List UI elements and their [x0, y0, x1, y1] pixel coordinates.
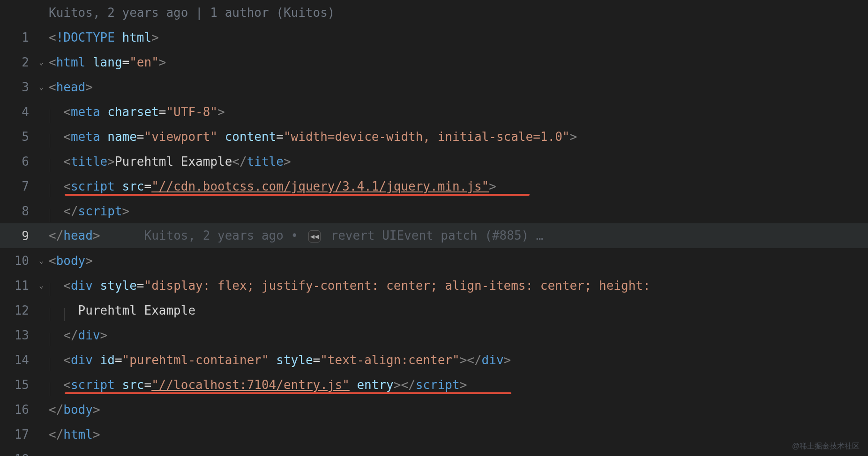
line-number: 7: [0, 179, 34, 193]
code-line[interactable]: 14 <div id="purehtml-container" style="t…: [0, 347, 868, 372]
line-number: 10: [0, 254, 34, 268]
code-content[interactable]: </script>: [49, 204, 868, 218]
code-line[interactable]: 12 Purehtml Example: [0, 298, 868, 323]
fold-toggle-icon[interactable]: ⌄: [34, 82, 49, 91]
code-content[interactable]: </head> Kuitos, 2 years ago • ◀◀ revert …: [49, 228, 868, 243]
code-line[interactable]: 4 <meta charset="UTF-8">: [0, 99, 868, 124]
rewind-icon[interactable]: ◀◀: [308, 230, 321, 243]
code-line[interactable]: 18: [0, 447, 868, 456]
fold-toggle-icon[interactable]: ⌄: [34, 58, 49, 66]
code-content[interactable]: <div style="display: flex; justify-conte…: [49, 279, 868, 293]
annotation-underline: [65, 194, 530, 196]
line-number: 17: [0, 427, 34, 441]
code-content[interactable]: <meta charset="UTF-8">: [49, 105, 868, 119]
code-content[interactable]: <div id="purehtml-container" style="text…: [49, 353, 868, 367]
code-content[interactable]: </html>: [49, 427, 868, 441]
code-content[interactable]: <body>: [49, 254, 868, 268]
line-number: 18: [0, 452, 34, 456]
code-line[interactable]: 10 ⌄ <body>: [0, 248, 868, 273]
line-number: 8: [0, 204, 34, 218]
code-line[interactable]: 6 <title>Purehtml Example</title>: [0, 149, 868, 174]
line-number: 14: [0, 353, 34, 367]
line-number: 2: [0, 55, 34, 69]
line-number: 1: [0, 30, 34, 44]
code-content[interactable]: <title>Purehtml Example</title>: [49, 154, 868, 169]
code-line[interactable]: 11 ⌄ <div style="display: flex; justify-…: [0, 273, 868, 298]
blame-header: Kuitos, 2 years ago | 1 author (Kuitos): [49, 6, 335, 20]
fold-toggle-icon[interactable]: ⌄: [34, 281, 49, 290]
code-line-current[interactable]: 9 </head> Kuitos, 2 years ago • ◀◀ rever…: [0, 223, 868, 248]
code-content[interactable]: <meta name="viewport" content="width=dev…: [49, 130, 868, 144]
code-content[interactable]: <script src="//cdn.bootcss.com/jquery/3.…: [49, 179, 868, 193]
code-editor[interactable]: Kuitos, 2 years ago | 1 author (Kuitos) …: [0, 0, 868, 456]
code-line[interactable]: 16 </body>: [0, 397, 868, 422]
code-content[interactable]: Purehtml Example: [49, 303, 868, 317]
gitlens-annotation[interactable]: Kuitos, 2 years ago • ◀◀ revert UIEvent …: [144, 228, 544, 243]
code-content[interactable]: <script src="//localhost:7104/entry.js" …: [49, 378, 868, 392]
code-line[interactable]: 5 <meta name="viewport" content="width=d…: [0, 124, 868, 149]
line-number: 3: [0, 80, 34, 94]
annotation-underline: [65, 392, 511, 394]
code-line[interactable]: 13 </div>: [0, 323, 868, 347]
line-number: 13: [0, 328, 34, 342]
line-number: 5: [0, 130, 34, 144]
line-number: 9: [0, 229, 34, 243]
code-content[interactable]: <head>: [49, 80, 868, 94]
line-number: 15: [0, 378, 34, 392]
line-number: 16: [0, 403, 34, 417]
watermark: @稀土掘金技术社区: [792, 441, 860, 451]
code-line[interactable]: 3 ⌄ <head>: [0, 74, 868, 99]
code-content[interactable]: <!DOCTYPE html>: [49, 30, 868, 44]
fold-toggle-icon[interactable]: ⌄: [34, 256, 49, 265]
blame-header-row: Kuitos, 2 years ago | 1 author (Kuitos): [0, 0, 868, 25]
line-number: 11: [0, 279, 34, 293]
line-number: 12: [0, 303, 34, 317]
code-content[interactable]: <html lang="en">: [49, 55, 868, 69]
code-line[interactable]: 1 <!DOCTYPE html>: [0, 25, 868, 50]
code-line[interactable]: 8 </script>: [0, 199, 868, 223]
code-content[interactable]: </body>: [49, 403, 868, 417]
line-number: 4: [0, 105, 34, 119]
code-line[interactable]: 2 ⌄ <html lang="en">: [0, 50, 868, 74]
code-line[interactable]: 17 </html>: [0, 422, 868, 447]
line-number: 6: [0, 154, 34, 169]
code-content[interactable]: </div>: [49, 328, 868, 342]
